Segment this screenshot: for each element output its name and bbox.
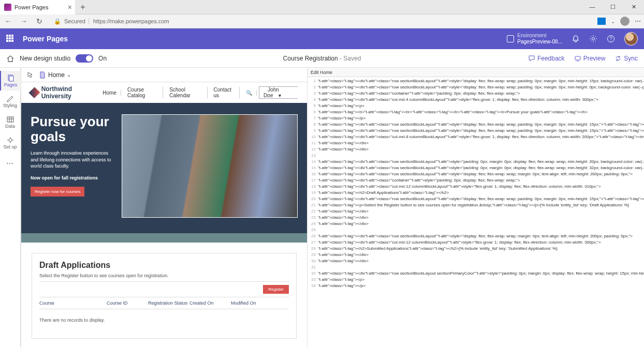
new-tab-button[interactable]: + bbox=[75, 3, 91, 12]
chevron-down-icon: ⌄ bbox=[67, 72, 71, 78]
address-bar: ← → ↻ 🔒 Secured https://make.powerpages.… bbox=[0, 14, 644, 28]
browser-tab[interactable]: Power Pages × bbox=[0, 0, 75, 14]
svg-point-0 bbox=[592, 38, 595, 40]
table-header: Course Course ID Registration Status Cre… bbox=[39, 297, 289, 309]
command-bar: New design studio On Course Registration… bbox=[0, 49, 644, 68]
hero-title: Pursue your goals bbox=[31, 114, 113, 144]
profile-icon[interactable] bbox=[620, 17, 630, 26]
nav-link[interactable]: School Calendar bbox=[165, 87, 207, 98]
svg-point-7 bbox=[9, 139, 12, 142]
nav-link[interactable]: Contact us bbox=[210, 87, 240, 98]
studio-label: New design studio bbox=[20, 55, 70, 62]
nav-link[interactable]: Home bbox=[98, 90, 121, 96]
hero-cta-button[interactable]: Register now for courses bbox=[31, 187, 84, 197]
table-empty: There are no records to display. bbox=[39, 309, 289, 331]
rail-more[interactable]: ⋯ bbox=[0, 154, 21, 173]
browser-tab-strip: Power Pages × + — ☐ ✕ bbox=[0, 0, 644, 14]
svg-point-2 bbox=[610, 40, 611, 41]
studio-toggle[interactable] bbox=[76, 54, 93, 63]
feedback-button[interactable]: Feedback bbox=[528, 55, 565, 62]
secured-label: Secured bbox=[64, 18, 85, 24]
search-icon[interactable]: 🔍 bbox=[242, 90, 257, 96]
gear-icon[interactable] bbox=[589, 35, 597, 43]
applications-section: Draft Applications Select the Register b… bbox=[21, 243, 307, 347]
code-body[interactable]: 1"t-attr">class="t-tag"><div "t-attr">cl… bbox=[308, 77, 644, 347]
url-text: https://make.powerpages.com bbox=[89, 18, 169, 24]
left-rail: Pages Styling Data Set up ⋯ bbox=[0, 68, 21, 347]
lock-icon: 🔒 bbox=[54, 18, 61, 25]
close-button[interactable]: ✕ bbox=[623, 4, 644, 10]
nav-link[interactable]: Course Catalog bbox=[123, 87, 163, 98]
minimize-button[interactable]: — bbox=[582, 4, 603, 10]
code-title: Edit Home bbox=[311, 70, 332, 75]
hero-image bbox=[122, 114, 298, 218]
environment-icon bbox=[507, 35, 514, 42]
maximize-button[interactable]: ☐ bbox=[603, 4, 623, 10]
product-title: Power Pages bbox=[23, 35, 68, 43]
environment-picker[interactable]: Environment PagesPreview-08... bbox=[507, 33, 562, 45]
rail-pages[interactable]: Pages bbox=[0, 71, 21, 90]
code-editor: Edit Home ⋯ ⋯ ▤ ✕ 1"t-attr">class="t-tag… bbox=[307, 68, 644, 347]
rail-data[interactable]: Data bbox=[0, 112, 21, 132]
url-box[interactable]: 🔒 Secured https://make.powerpages.com bbox=[50, 18, 592, 25]
svg-rect-5 bbox=[9, 76, 13, 81]
apps-title: Draft Applications bbox=[39, 261, 289, 270]
hero-sub: Now open for fall registrations bbox=[31, 175, 113, 182]
user-avatar[interactable] bbox=[624, 32, 638, 46]
env-label: Environment bbox=[517, 33, 562, 39]
register-button[interactable]: Register bbox=[263, 285, 289, 294]
apps-subtitle: Select the Register button to see course… bbox=[39, 273, 289, 282]
refresh-button[interactable]: ↻ bbox=[34, 17, 45, 25]
hero-section: Pursue your goals Learn through innovati… bbox=[21, 103, 307, 243]
forward-button[interactable]: → bbox=[19, 17, 29, 25]
rail-setup[interactable]: Set up bbox=[0, 133, 21, 153]
sync-button[interactable]: Sync bbox=[614, 55, 638, 62]
user-dropdown[interactable]: John Doe ▾ bbox=[259, 86, 298, 99]
rail-styling[interactable]: Styling bbox=[0, 92, 21, 111]
more-icon[interactable]: ⋯ bbox=[635, 18, 641, 25]
breadcrumb[interactable]: Home ⌄ bbox=[39, 71, 71, 79]
close-icon[interactable]: × bbox=[68, 3, 72, 11]
tab-favicon bbox=[4, 4, 11, 11]
home-icon[interactable] bbox=[6, 55, 14, 62]
cursor-icon[interactable] bbox=[26, 71, 34, 79]
shopping-icon[interactable] bbox=[597, 18, 606, 25]
back-button[interactable]: ← bbox=[3, 17, 13, 25]
window-controls: — ☐ ✕ bbox=[582, 4, 644, 10]
site-nav: Northwind University Home Course Catalog… bbox=[21, 82, 307, 103]
env-name: PagesPreview-08... bbox=[517, 39, 562, 45]
chevron-down-icon[interactable]: ⌄ bbox=[611, 19, 615, 24]
page-preview[interactable]: Northwind University Home Course Catalog… bbox=[21, 82, 307, 347]
preview-button[interactable]: Preview bbox=[574, 55, 606, 62]
canvas-toolbar: Home ⌄ bbox=[21, 68, 307, 82]
svg-rect-6 bbox=[7, 117, 13, 122]
svg-rect-3 bbox=[575, 56, 580, 60]
app-header: Power Pages Environment PagesPreview-08.… bbox=[0, 28, 644, 49]
site-logo: Northwind University bbox=[31, 85, 98, 100]
help-icon[interactable] bbox=[607, 35, 615, 43]
waffle-icon[interactable] bbox=[6, 35, 14, 43]
bell-icon[interactable] bbox=[572, 35, 580, 43]
document-title: Course Registration - Saved bbox=[283, 55, 361, 62]
tab-title: Power Pages bbox=[14, 4, 48, 10]
design-canvas: Home ⌄ Northwind University Home Course … bbox=[21, 68, 307, 347]
toggle-label: On bbox=[98, 55, 107, 62]
hero-body: Learn through innovative experiences and… bbox=[31, 150, 113, 170]
